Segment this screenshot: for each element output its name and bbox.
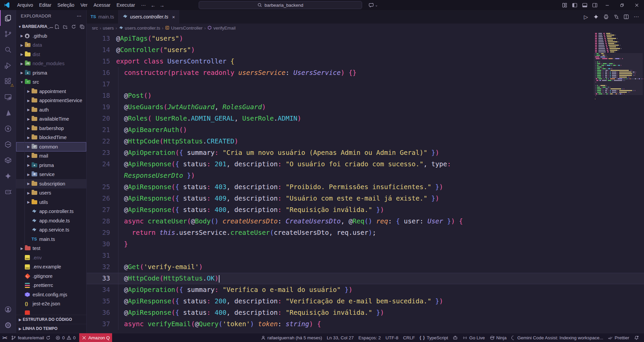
explorer-icon[interactable] <box>0 10 16 26</box>
menu-item-seleo[interactable]: Seleção <box>54 0 78 10</box>
go-live[interactable]: Go Live <box>460 333 487 342</box>
breadcrumb-item-UsersController[interactable]: UsersController <box>165 26 203 31</box>
tree-item-appointment[interactable]: ▶appointment <box>16 87 86 96</box>
tree-item-subscription[interactable]: ▶subscription <box>16 179 86 188</box>
menu-item-[interactable]: ··· <box>138 0 149 10</box>
print-icon[interactable] <box>602 12 610 21</box>
menu-item-editar[interactable]: Editar <box>36 0 54 10</box>
run-code-icon[interactable]: ▷ <box>582 12 590 21</box>
source-control-icon[interactable] <box>0 26 16 42</box>
tree-item-blockedTime[interactable]: ▶blockedTime <box>16 133 86 142</box>
search-editor-icon[interactable] <box>612 12 621 21</box>
tree-item-app.controller.ts[interactable]: app.controller.ts <box>16 207 86 216</box>
remote-indicator[interactable]: >< <box>0 333 9 342</box>
customize-layout-icon[interactable] <box>559 0 569 10</box>
remote-explorer-icon[interactable] <box>0 89 16 105</box>
tree-item-common[interactable]: ▶↺common <box>16 142 86 152</box>
tab-main-ts[interactable]: TSmain.ts <box>87 10 118 24</box>
tree-item-.env[interactable]: .ENV.env <box>16 253 86 262</box>
tree-item-partial[interactable] <box>16 308 86 315</box>
menu-item-executar[interactable]: Executar <box>113 0 138 10</box>
extensions-icon[interactable]: ⚠ <box>0 73 16 89</box>
menu-item-acessar[interactable]: Acessar <box>91 0 114 10</box>
sparkle-action-icon[interactable] <box>592 12 600 21</box>
tree-item-prisma[interactable]: ▶▲prisma <box>16 68 86 78</box>
close-icon[interactable]: × <box>172 14 175 20</box>
tree-item-test[interactable]: ▶test <box>16 244 86 253</box>
prettier-status[interactable]: Prettier <box>605 333 632 342</box>
back-arrow-icon[interactable]: ← <box>149 2 157 8</box>
breadcrumb-item-users[interactable]: users <box>103 26 114 31</box>
tab-users-controller-ts[interactable]: users.controller.ts× <box>118 10 180 24</box>
indentation[interactable]: Espaços: 2 <box>356 333 383 342</box>
restore-button[interactable] <box>614 0 629 10</box>
tree-item-app.service.ts[interactable]: app.service.ts <box>16 225 86 235</box>
tree-item-availableTime[interactable]: ▶availableTime <box>16 115 86 124</box>
git-branch[interactable]: feature/email <box>9 333 53 342</box>
prisma-icon[interactable] <box>0 105 16 121</box>
tree-item-main.ts[interactable]: TSmain.ts <box>16 234 86 244</box>
code-editor[interactable]: 13@ApiTags("users")14@Controller("users"… <box>87 32 644 333</box>
tree-item-data[interactable]: ▶≡data <box>16 41 86 50</box>
tree-item-mail[interactable]: ▶mail <box>16 152 86 161</box>
search-icon[interactable] <box>0 42 16 57</box>
copilot-chat-button[interactable]: ⌄ <box>368 0 378 10</box>
account-icon[interactable] <box>0 301 16 317</box>
settings-gear-icon[interactable] <box>0 317 16 333</box>
gemini-status[interactable]: Gemini Code Assist: Indexing workspace..… <box>509 333 606 342</box>
toggle-primary-sidebar-icon[interactable] <box>569 0 580 10</box>
menu-item-arquivo[interactable]: Arquivo <box>14 0 36 10</box>
tree-item-jest-e2e.json[interactable]: {}jest-e2e.json <box>16 299 86 309</box>
collapse-folders-icon[interactable] <box>79 24 85 30</box>
tree-item-barbershop[interactable]: ▶barbershop <box>16 124 86 133</box>
close-button[interactable] <box>629 0 644 10</box>
notifications-bell[interactable] <box>632 333 641 342</box>
hexagon-extension-icon[interactable] <box>0 136 16 152</box>
more-actions-icon[interactable]: ··· <box>632 12 641 21</box>
copilot-status[interactable] <box>450 333 460 342</box>
new-folder-icon[interactable] <box>62 24 68 30</box>
breadcrumb-item-src[interactable]: src <box>92 26 98 31</box>
container-icon[interactable] <box>0 152 16 168</box>
tree-item-.github[interactable]: ▶.github <box>16 31 86 41</box>
eol[interactable]: CRLF <box>401 333 417 342</box>
toggle-panel-icon[interactable] <box>580 0 590 10</box>
menu-item-ver[interactable]: Ver <box>78 0 91 10</box>
new-file-icon[interactable] <box>54 24 60 30</box>
forward-arrow-icon[interactable]: → <box>157 2 166 8</box>
refresh-icon[interactable] <box>70 24 77 30</box>
tree-item-.gitignore[interactable]: .gitignore <box>16 271 86 281</box>
timeline-panel-header[interactable]: ▶ LINHA DO TEMPO <box>16 324 86 333</box>
workspace-section-header[interactable]: ▼ BARBEARIA_... <box>16 22 86 31</box>
tree-item-dist[interactable]: ▶dist <box>16 50 86 59</box>
tree-item-.prettierrc[interactable]: .prettierrc <box>16 281 86 290</box>
minimize-button[interactable] <box>600 0 614 10</box>
amazon-q-icon[interactable] <box>0 184 16 200</box>
sidebar-more-actions-icon[interactable]: ··· <box>77 14 82 18</box>
encoding[interactable]: UTF-8 <box>383 333 401 342</box>
ninja[interactable]: Ninja <box>487 333 509 342</box>
split-editor-icon[interactable] <box>622 12 631 21</box>
gemini-icon[interactable] <box>0 168 16 184</box>
thunder-client-icon[interactable] <box>0 121 16 136</box>
language-mode[interactable]: { }TypeScript <box>417 333 450 342</box>
tree-item-appointmentService[interactable]: ▶appointmentService <box>16 96 86 105</box>
run-debug-icon[interactable] <box>0 57 16 73</box>
tree-item-node_modules[interactable]: ▶JSnode_modules <box>16 59 86 69</box>
tree-item-auth[interactable]: ▶auth <box>16 105 86 115</box>
command-center-search[interactable]: barbearia_backend <box>199 1 362 9</box>
tree-item-utils[interactable]: ▶utils <box>16 198 86 207</box>
tree-item-users[interactable]: ▶users <box>16 188 86 198</box>
tree-item-app.module.ts[interactable]: app.module.ts <box>16 216 86 225</box>
tree-item-prisma[interactable]: ▶▲prisma <box>16 161 86 170</box>
amazon-q-status[interactable]: Amazon Q <box>79 333 112 342</box>
tree-item-.env.example[interactable]: .ENV.env.example <box>16 262 86 272</box>
toggle-secondary-sidebar-icon[interactable] <box>590 0 600 10</box>
minimap[interactable] <box>595 33 641 100</box>
cursor-position[interactable]: Ln 33, Col 27 <box>325 333 356 342</box>
tree-item-eslint.config.mjs[interactable]: eslint.config.mjs <box>16 290 86 299</box>
outline-panel-header[interactable]: ▶ ESTRUTURA DO CÓDIGO <box>16 315 86 324</box>
problems[interactable]: 00 <box>53 333 78 342</box>
tree-item-service[interactable]: ▶⚙service <box>16 170 86 179</box>
breadcrumb-item-verifyEmail[interactable]: verifyEmail <box>207 26 236 31</box>
